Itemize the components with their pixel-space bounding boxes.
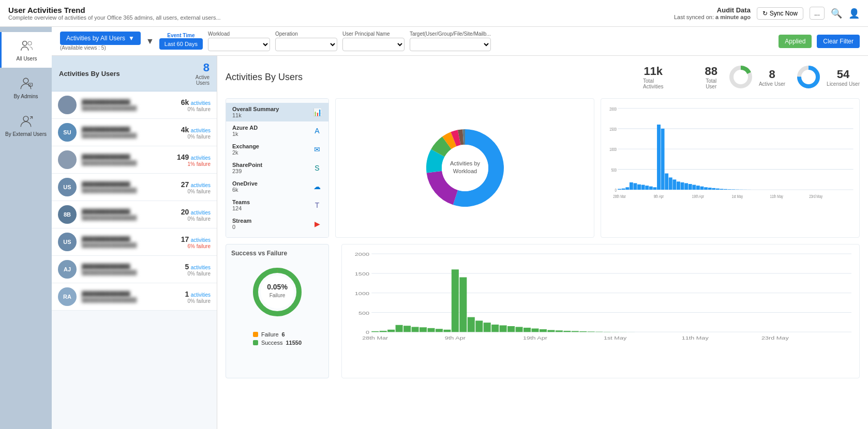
applied-button[interactable]: Applied bbox=[779, 35, 812, 48]
user-row[interactable]: RA ████████████ ███████████████ 1 activi… bbox=[52, 283, 217, 311]
user-avatar: AJ bbox=[58, 260, 77, 279]
bar bbox=[452, 269, 459, 332]
upn-filter-group: User Principal Name bbox=[342, 31, 405, 51]
svg-text:1500: 1500 bbox=[609, 127, 617, 132]
bar bbox=[653, 187, 656, 190]
sidebar-item-all-users[interactable]: All Users bbox=[0, 32, 52, 68]
user-count: 27 activities bbox=[181, 180, 211, 189]
licensed-user-stat: 54 Licensed User bbox=[827, 68, 860, 87]
time-filter-button[interactable]: Last 60 Days bbox=[159, 38, 203, 50]
x-axis-label: 1st May bbox=[731, 193, 743, 199]
workload-item-stream[interactable]: Stream 0 ▶ bbox=[226, 214, 328, 233]
views-dropdown-button[interactable]: Activities by All Users ▼ bbox=[60, 32, 141, 45]
user-name: ████████████ bbox=[82, 236, 176, 242]
bar bbox=[618, 189, 621, 190]
bar bbox=[475, 320, 483, 332]
user-icon-button[interactable]: 👤 bbox=[848, 8, 860, 19]
bar bbox=[588, 331, 595, 332]
header-right: Audit Data Last synced on: a minute ago … bbox=[674, 6, 860, 20]
workload-info: Stream 0 bbox=[232, 218, 308, 230]
user-row[interactable]: US ████████████ ███████████████ 17 activ… bbox=[52, 228, 217, 256]
donut-center-label: Activities by bbox=[450, 160, 480, 166]
header-left: User Activities Trend Complete overview … bbox=[8, 6, 221, 21]
workload-info: Teams 124 bbox=[232, 199, 308, 211]
workload-name: SharePoint bbox=[232, 162, 308, 168]
sidebar-item-by-admins[interactable]: By Admins bbox=[0, 70, 52, 105]
user-row[interactable]: ████████████ ███████████████ 6k activiti… bbox=[52, 91, 217, 119]
user-failure: 0% failure bbox=[181, 134, 211, 140]
workload-name: Stream bbox=[232, 218, 308, 224]
bar bbox=[371, 331, 379, 332]
workload-item-teams[interactable]: Teams 124 T bbox=[226, 196, 328, 214]
page-subtitle: Complete overview of activities of your … bbox=[8, 14, 221, 21]
filter-icon[interactable]: ▼ bbox=[146, 37, 154, 46]
donut-center-label2: Workload bbox=[453, 168, 476, 174]
workload-item-azure-ad[interactable]: Azure AD 1k A bbox=[226, 121, 328, 140]
user-info: ████████████ ███████████████ bbox=[82, 154, 172, 166]
user-avatar: RA bbox=[58, 287, 77, 306]
workload-filter-group: Workload bbox=[208, 31, 270, 51]
workload-item-overall-summary[interactable]: Overall Summary 11k 📊 bbox=[226, 103, 328, 121]
failure-count: 6 bbox=[282, 331, 285, 338]
user-row[interactable]: SU ████████████ ███████████████ 4k activ… bbox=[52, 119, 217, 146]
search-button[interactable]: 🔍 bbox=[831, 8, 842, 19]
workload-info: OneDrive 6k bbox=[232, 180, 308, 193]
total-user-group: 88 TotalUser bbox=[705, 65, 717, 89]
workload-value: 1k bbox=[232, 131, 308, 137]
user-name: ████████████ bbox=[82, 291, 180, 297]
workload-name: OneDrive bbox=[232, 180, 308, 187]
clear-filter-button[interactable]: Clear Filter bbox=[817, 35, 860, 48]
user-avatar bbox=[58, 150, 77, 169]
sidebar-label-by-admins: By Admins bbox=[13, 94, 38, 99]
workload-item-power-bi[interactable]: Power BI 10 ⚡ bbox=[226, 233, 328, 238]
user-info: ████████████ ███████████████ bbox=[82, 127, 176, 139]
workload-select[interactable] bbox=[208, 38, 270, 51]
upn-select[interactable] bbox=[342, 38, 405, 51]
operation-select[interactable] bbox=[275, 38, 337, 51]
user-row[interactable]: AJ ████████████ ███████████████ 5 activi… bbox=[52, 256, 217, 283]
bar bbox=[731, 189, 735, 190]
operation-label: Operation bbox=[275, 31, 337, 37]
svg-point-2 bbox=[23, 78, 28, 83]
user-avatar bbox=[58, 96, 77, 114]
user-row[interactable]: ████████████ ███████████████ 149 activit… bbox=[52, 146, 217, 174]
x-axis-label: 23rd May bbox=[809, 193, 822, 199]
user-failure: 0% failure bbox=[185, 298, 211, 304]
workload-list[interactable]: Overall Summary 11k 📊 Azure AD 1k A Exch… bbox=[226, 98, 329, 238]
user-info: ████████████ ███████████████ bbox=[82, 291, 180, 303]
user-avatar: US bbox=[58, 178, 77, 196]
bar bbox=[516, 327, 523, 332]
user-row[interactable]: US ████████████ ███████████████ 27 activ… bbox=[52, 174, 217, 201]
success-fail-donut: 0.05% Failure bbox=[246, 261, 308, 323]
x-axis-label: 28th Mar bbox=[362, 335, 388, 341]
active-users-badge-group: 8 ActiveUsers bbox=[196, 61, 209, 86]
user-row[interactable]: 8B ████████████ ███████████████ 20 activ… bbox=[52, 201, 217, 228]
workload-info: Exchange 2k bbox=[232, 143, 308, 156]
svg-point-1 bbox=[28, 41, 32, 45]
target-filter-group: Target(User/Group/File/Site/Mailb... bbox=[410, 31, 491, 51]
user-failure: 0% failure bbox=[181, 106, 211, 112]
x-axis-label: 9th Apr bbox=[445, 335, 466, 341]
bar bbox=[681, 182, 684, 190]
workload-item-exchange[interactable]: Exchange 2k ✉ bbox=[226, 140, 328, 159]
user-stats: 6k activities 0% failure bbox=[181, 98, 211, 112]
sidebar-item-by-external[interactable]: By External Users bbox=[0, 108, 52, 143]
right-panel: Activities By Users 11k TotalActivities … bbox=[217, 56, 868, 429]
workload-item-onedrive[interactable]: OneDrive 6k ☁ bbox=[226, 177, 328, 196]
bar bbox=[657, 125, 661, 190]
workload-item-sharepoint[interactable]: SharePoint 239 S bbox=[226, 159, 328, 177]
target-select[interactable] bbox=[410, 38, 491, 51]
total-user-value: 88 bbox=[705, 65, 717, 78]
bar bbox=[531, 329, 538, 332]
fail-pct-value: 0.05% bbox=[267, 283, 288, 291]
more-options-button[interactable]: ... bbox=[810, 7, 825, 20]
bar bbox=[523, 328, 531, 332]
bar bbox=[540, 329, 547, 332]
sync-now-button[interactable]: ↻ Sync Now bbox=[757, 7, 803, 20]
x-axis-label: 23rd May bbox=[761, 335, 789, 341]
bar bbox=[459, 277, 467, 332]
failure-color-dot bbox=[253, 332, 258, 337]
success-fail-title: Success vs Failure bbox=[231, 250, 287, 257]
user-stats: 27 activities 0% failure bbox=[181, 180, 211, 194]
workload-name: Overall Summary bbox=[232, 106, 308, 112]
